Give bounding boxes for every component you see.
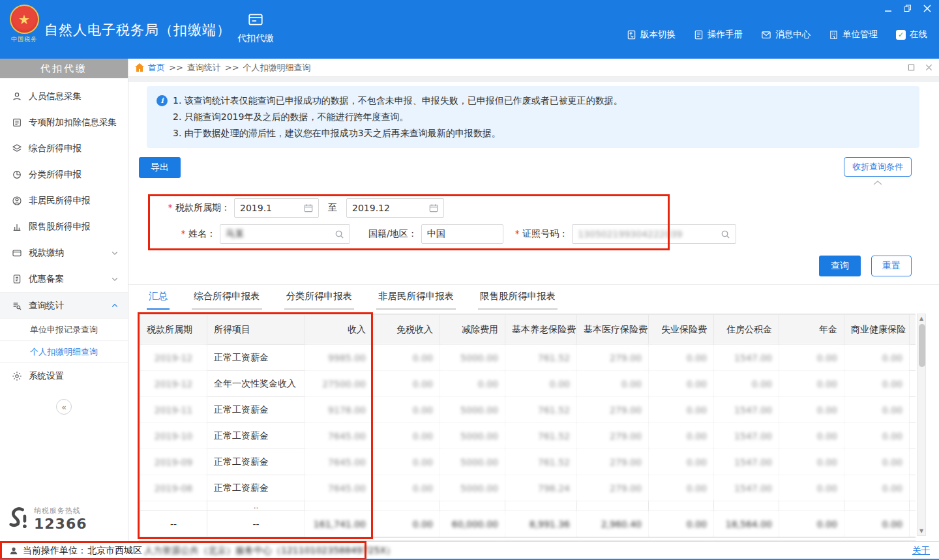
- chevron-up-icon: [111, 302, 119, 310]
- table-cell: 279.00: [577, 475, 649, 501]
- sidebar-subitem-personal-withholding-query[interactable]: 个人扣缴明细查询: [0, 340, 128, 362]
- table-cell: [910, 423, 916, 449]
- breadcrumb-home[interactable]: 首页: [148, 62, 165, 74]
- table-cell: 5000.00: [440, 345, 505, 371]
- result-tabs: 汇总 综合所得申报表 分类所得申报表 非居民所得申报表 限售股所得申报表: [147, 290, 926, 310]
- table-cell: 1547.00: [714, 423, 779, 449]
- sidebar-subitem-unit-declaration-query[interactable]: 单位申报记录查询: [0, 318, 128, 340]
- collapse-query-button[interactable]: 收折查询条件: [844, 157, 912, 177]
- table-cell: 0.00: [779, 475, 844, 501]
- sidebar-item-preferential-filing[interactable]: 优惠备案: [0, 266, 128, 292]
- table-cell: 279.00: [577, 423, 649, 449]
- sidebar-item-tax-payment[interactable]: 税款缴纳: [0, 240, 128, 266]
- id-number-input[interactable]: 130502199304222039: [572, 224, 736, 244]
- period-from-input[interactable]: 2019.1: [234, 198, 319, 218]
- table-cell: 0.00: [373, 475, 440, 501]
- sidebar-item-restricted-shares[interactable]: 限售股所得申报: [0, 214, 128, 240]
- about-link[interactable]: 关于: [912, 545, 930, 557]
- table-cell: [844, 501, 910, 511]
- table-cell: 2,960.40: [577, 511, 649, 537]
- scroll-up-arrow[interactable]: ▲: [919, 316, 923, 321]
- export-button[interactable]: 导出: [139, 157, 181, 178]
- table-cell: 0.00: [373, 449, 440, 475]
- table-cell: [714, 501, 779, 511]
- user-icon: [9, 546, 18, 555]
- close-button[interactable]: [923, 5, 931, 12]
- table-cell: 0.00: [714, 371, 779, 397]
- table-cell: 0.00: [844, 475, 910, 501]
- table-cell: 161,741.00: [305, 511, 373, 537]
- column-header: 基本养老保险费: [505, 315, 577, 345]
- table-cell: --: [207, 511, 305, 537]
- table-cell: 0.00: [649, 475, 714, 501]
- summary-table: 税款所属期所得项目收入免税收入减除费用基本养老保险费基本医疗保险费失业保险费住房…: [140, 314, 916, 537]
- column-header: 商业健康保险: [844, 315, 910, 345]
- tab-classified-income[interactable]: 分类所得申报表: [284, 290, 355, 310]
- tab-comprehensive-income[interactable]: 综合所得申报表: [192, 290, 262, 310]
- table-cell: [305, 501, 373, 511]
- search-button[interactable]: 查询: [819, 256, 861, 276]
- calendar-icon[interactable]: [429, 203, 438, 213]
- nationality-input[interactable]: 中国: [421, 224, 503, 244]
- table-cell: 0.00: [779, 371, 844, 397]
- sidebar-item-system-settings[interactable]: 系统设置: [0, 362, 128, 389]
- table-wrap: 税款所属期所得项目收入免税收入减除费用基本养老保险费基本医疗保险费失业保险费住房…: [139, 314, 916, 538]
- window-controls: [884, 5, 931, 12]
- reset-button[interactable]: 重置: [871, 256, 912, 276]
- table-cell: 9985.00: [305, 345, 373, 371]
- scroll-down-arrow[interactable]: ▼: [919, 528, 923, 534]
- table-cell: 2019-12: [140, 345, 207, 371]
- collapse-caret-up-icon[interactable]: [872, 180, 883, 185]
- table-cell: 0.00: [649, 345, 714, 371]
- table-cell: 全年一次性奖金收入: [207, 371, 305, 397]
- manual-link[interactable]: 操作手册: [694, 29, 743, 40]
- form-actions: 查询 重置: [139, 256, 912, 276]
- withholding-module-icon: [247, 11, 264, 28]
- period-to-input[interactable]: 2019.12: [346, 198, 444, 218]
- table-cell: 5000.00: [440, 423, 505, 449]
- popout-icon[interactable]: [908, 64, 915, 71]
- search-icon[interactable]: [335, 229, 344, 239]
- table-cell: [505, 501, 577, 511]
- column-header: 免税收入: [373, 315, 440, 345]
- search-icon[interactable]: [721, 229, 730, 239]
- table-cell: 2019-08: [140, 475, 207, 501]
- calendar-icon[interactable]: [304, 203, 313, 213]
- version-switch-link[interactable]: 版本切换: [627, 29, 676, 40]
- table-cell: 0.00: [779, 511, 844, 537]
- sidebar-item-personnel-info[interactable]: 人员信息采集: [0, 83, 128, 110]
- chevron-down-icon: [111, 275, 119, 283]
- message-center-link[interactable]: 消息中心: [761, 29, 811, 40]
- online-status[interactable]: ✓ 在线: [896, 29, 927, 40]
- id-value-blurred: 130502199304222039: [578, 229, 717, 239]
- tab-restricted-shares[interactable]: 限售股所得申报表: [478, 290, 558, 310]
- sidebar: 代扣代缴 人员信息采集 专项附加扣除信息采集 综合所得申报 分类所得申报 非居民…: [0, 59, 128, 541]
- section-divider: [128, 284, 939, 285]
- tab-summary[interactable]: 汇总: [147, 290, 170, 310]
- table-cell: 2019-12: [140, 371, 207, 397]
- sidebar-item-classified-income[interactable]: 分类所得申报: [0, 162, 128, 188]
- panel-close-icon[interactable]: [925, 64, 932, 71]
- table-cell: 0.00: [440, 371, 505, 397]
- sidebar-item-special-deduction[interactable]: 专项附加扣除信息采集: [0, 110, 128, 136]
- table-row-partial: ..: [140, 501, 916, 511]
- table-total-row: ----161,741.000.0060,000.008,991.362,960…: [140, 511, 916, 537]
- minimize-button[interactable]: [884, 5, 892, 12]
- tab-withholding-module[interactable]: 代扣代缴: [227, 11, 284, 44]
- table-cell: 1547.00: [714, 475, 779, 501]
- layers-icon: [12, 143, 22, 154]
- form-list-icon: [12, 117, 22, 128]
- table-cell: 7645.00: [305, 449, 373, 475]
- tab-nonresident-income[interactable]: 非居民所得申报表: [376, 290, 456, 310]
- restore-button[interactable]: [904, 5, 912, 12]
- sidebar-item-nonresident-income[interactable]: 非居民所得申报: [0, 188, 128, 214]
- hotline-label: 纳税服务热线: [34, 506, 87, 516]
- name-input[interactable]: 马某: [220, 224, 350, 244]
- sidebar-item-query-statistics[interactable]: 查询统计: [0, 292, 128, 318]
- vertical-scrollbar[interactable]: ▲ ▼: [917, 314, 926, 536]
- sidebar-item-comprehensive-income[interactable]: 综合所得申报: [0, 136, 128, 162]
- table-cell: 0.00: [649, 423, 714, 449]
- vertical-scroll-thumb[interactable]: [919, 324, 925, 367]
- sidebar-collapse-button[interactable]: «: [56, 399, 72, 415]
- unit-management-link[interactable]: 单位管理: [829, 29, 878, 40]
